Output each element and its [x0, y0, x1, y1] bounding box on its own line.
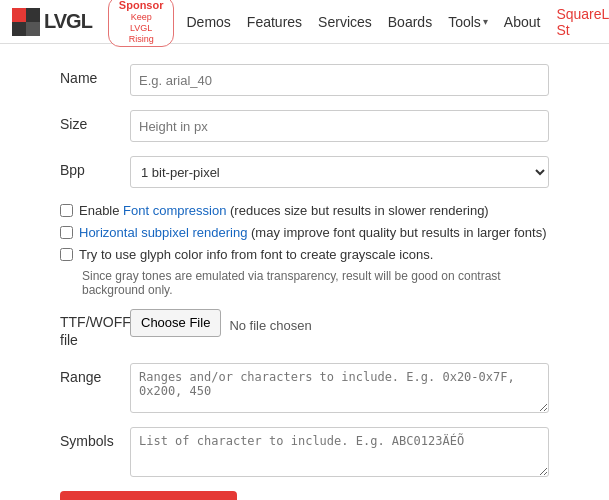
nav-boards[interactable]: Boards — [388, 14, 432, 30]
subpixel-label-after: (may improve font quality but results in… — [247, 225, 546, 240]
checkbox-compression-row: Enable Font compression (reduces size bu… — [60, 202, 549, 220]
subpixel-label: Horizontal subpixel rendering (may impro… — [79, 224, 547, 242]
ttf-label: TTF/WOFF file — [60, 307, 130, 349]
chevron-down-icon: ▾ — [483, 16, 488, 27]
symbols-textarea[interactable] — [130, 427, 549, 477]
symbols-label: Symbols — [60, 427, 130, 449]
size-label: Size — [60, 110, 130, 132]
svg-rect-2 — [12, 22, 26, 36]
size-input[interactable] — [130, 110, 549, 142]
checkbox-subpixel-row: Horizontal subpixel rendering (may impro… — [60, 224, 549, 242]
subpixel-link[interactable]: Horizontal subpixel rendering — [79, 225, 247, 240]
bpp-select[interactable]: 1 bit-per-pixel 2 bit-per-pixel 4 bit-pe… — [130, 156, 549, 188]
glyph-checkbox[interactable] — [60, 248, 73, 261]
logo-area: LVGL — [12, 8, 92, 36]
range-textarea[interactable] — [130, 363, 549, 413]
subpixel-checkbox[interactable] — [60, 226, 73, 239]
nav-demos[interactable]: Demos — [186, 14, 230, 30]
bpp-label: Bpp — [60, 156, 130, 178]
nav-links: Demos Features Services Boards Tools ▾ A… — [186, 6, 609, 38]
nav-tools-label: Tools — [448, 14, 481, 30]
name-row: Name — [60, 64, 549, 96]
name-label: Name — [60, 64, 130, 86]
no-file-text: No file chosen — [229, 313, 311, 333]
logo-text: LVGL — [44, 10, 92, 33]
nav-tools[interactable]: Tools ▾ — [448, 14, 488, 30]
size-row: Size — [60, 110, 549, 142]
compression-label-after: (reduces size but results in slower rend… — [226, 203, 488, 218]
font-compression-link[interactable]: Font compression — [123, 203, 226, 218]
main-content: Name Size Bpp 1 bit-per-pixel 2 bit-per-… — [0, 44, 609, 500]
checkbox-glyph-row: Try to use glyph color info from font to… — [60, 246, 549, 264]
logo-icon — [12, 8, 40, 36]
nav-features[interactable]: Features — [247, 14, 302, 30]
file-input-wrapper: Choose File No file chosen — [130, 307, 312, 337]
svg-rect-3 — [26, 22, 40, 36]
nav-about[interactable]: About — [504, 14, 541, 30]
nav-services[interactable]: Services — [318, 14, 372, 30]
checkbox-section: Enable Font compression (reduces size bu… — [60, 202, 549, 297]
name-input[interactable] — [130, 64, 549, 96]
header: LVGL Sponsor Keep LVGL Rising Demos Feat… — [0, 0, 609, 44]
range-label: Range — [60, 363, 130, 385]
sponsor-top-text: Sponsor — [119, 0, 164, 12]
glyph-label: Try to use glyph color info from font to… — [79, 246, 433, 264]
svg-rect-0 — [12, 8, 26, 22]
choose-file-button[interactable]: Choose File — [130, 309, 221, 337]
svg-rect-1 — [26, 8, 40, 22]
nav-squareline[interactable]: SquareLine St — [556, 6, 609, 38]
sponsor-bottom-text: Keep LVGL Rising — [119, 12, 164, 44]
range-row: Range — [60, 363, 549, 413]
symbols-row: Symbols — [60, 427, 549, 477]
compression-checkbox[interactable] — [60, 204, 73, 217]
ttf-row: TTF/WOFF file Choose File No file chosen — [60, 307, 549, 349]
bpp-row: Bpp 1 bit-per-pixel 2 bit-per-pixel 4 bi… — [60, 156, 549, 188]
sponsor-button[interactable]: Sponsor Keep LVGL Rising — [108, 0, 175, 47]
compression-label: Enable Font compression (reduces size bu… — [79, 202, 489, 220]
glyph-note: Since gray tones are emulated via transp… — [82, 269, 549, 297]
include-another-font-button[interactable]: Include another font — [60, 491, 237, 500]
